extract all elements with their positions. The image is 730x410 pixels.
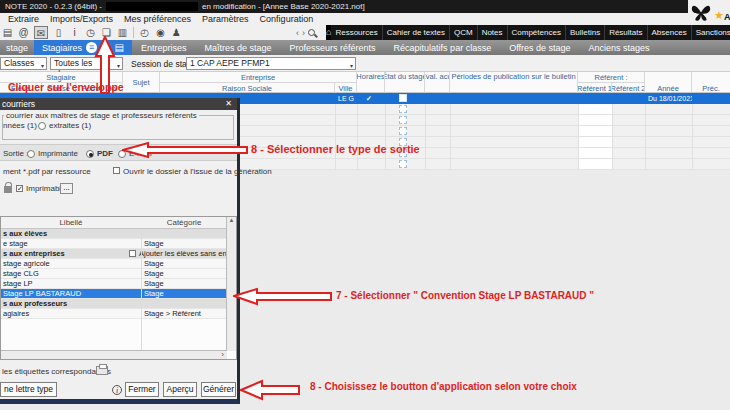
list-group-eleves[interactable]: s aux élèves <box>1 229 236 239</box>
list-item[interactable]: agiaires Stage > Référent <box>1 309 236 319</box>
subnav-item-offres-de-stage[interactable]: Offres de stage <box>500 43 579 53</box>
add-without-company-checkbox[interactable] <box>129 250 136 257</box>
scroll-up-icon[interactable]: ▲ <box>229 217 235 223</box>
column-raison-sociale[interactable]: Raison Sociale <box>160 83 335 93</box>
session-select[interactable]: 1 CAP AEPE PFMP1 ▾ <box>186 57 356 70</box>
alarm-clock-icon[interactable]: ◴ <box>139 26 150 39</box>
list-hscrollbar[interactable]: › <box>1 350 227 359</box>
column-referent-2[interactable]: Référent 2 <box>612 83 645 93</box>
bell-icon[interactable]: ◉ <box>155 26 166 39</box>
referent1-cell[interactable] <box>579 126 612 136</box>
labels-line[interactable]: les étiquettes correspondantes <box>2 367 111 376</box>
menu-parametres[interactable]: Paramètres <box>202 14 249 24</box>
tab-competences[interactable]: Compétences <box>508 25 566 40</box>
radio-imprimante[interactable] <box>27 150 35 158</box>
people-icon[interactable]: ♟ <box>171 26 182 39</box>
subnav-item-recapitulatifs[interactable]: Récapitulatifs par classe <box>385 43 501 53</box>
window-titlebar: NOTE 2020 - 0.2.3 (64bit) - en modificat… <box>0 0 730 13</box>
tab-resultats[interactable]: Résultats <box>605 25 647 40</box>
list-col-categorie[interactable]: Catégorie <box>141 217 227 229</box>
etat-checkbox[interactable] <box>399 94 407 102</box>
close-icon[interactable]: ✕ <box>225 98 232 110</box>
envelope-icon[interactable]: ✉ <box>34 26 48 39</box>
menu-extraire[interactable]: Extraire <box>8 14 39 24</box>
column-ville[interactable]: Ville <box>335 83 357 93</box>
subnav-item-maitres-de-stage[interactable]: Maîtres de stage <box>196 43 281 53</box>
column-annee[interactable]: Année <box>645 72 692 93</box>
classes-select[interactable]: Classes ▾ <box>0 57 47 70</box>
referent1-cell[interactable] <box>579 137 612 147</box>
etat-checkbox[interactable] <box>399 116 407 124</box>
column-referent-1[interactable]: Référent 1 <box>578 83 612 93</box>
referent1-cell[interactable] <box>579 115 612 125</box>
tab-qcm[interactable]: QCM <box>450 25 478 40</box>
etat-checkbox[interactable] <box>399 105 407 113</box>
column-periodes-publication[interactable]: Périodes de publication sur le bulletin <box>450 72 578 93</box>
generer-button[interactable]: Générer <box>201 382 236 397</box>
info-icon[interactable]: i <box>69 26 80 39</box>
list-item[interactable]: stage LP Stage <box>1 279 236 289</box>
radio-pdf[interactable] <box>86 150 94 158</box>
radio-extraites-label[interactable]: extraites (1) <box>49 121 91 130</box>
menu-configuration[interactable]: Configuration <box>260 14 314 24</box>
scroll-right-icon[interactable]: › <box>221 350 224 359</box>
column-prec[interactable]: Préc. <box>692 72 730 93</box>
list-item[interactable]: stage CLG Stage <box>1 269 236 279</box>
more-button[interactable]: ... <box>60 183 73 194</box>
radio-selected-label[interactable]: nnées (1) <box>3 121 37 130</box>
referent1-cell[interactable] <box>579 104 612 114</box>
fermer-button[interactable]: Fermer <box>125 382 159 397</box>
forward-arrow-icon[interactable]: › <box>302 28 305 38</box>
radio-extraites[interactable] <box>38 122 46 130</box>
subnav-cut-label[interactable]: stage <box>0 43 34 53</box>
column-group-entreprise[interactable]: Entreprise <box>160 72 357 83</box>
tab-absences[interactable]: Absences <box>648 25 692 40</box>
tab-bulletins[interactable]: Bulletins <box>566 25 605 40</box>
etat-checkbox[interactable] <box>399 160 407 168</box>
subnav-item-professeurs-referents[interactable]: Professeurs référents <box>281 43 385 53</box>
annotation-choose-button: 8 - Choisissez le boutton d'application … <box>310 381 577 392</box>
search-icon[interactable] <box>308 29 315 36</box>
radio-imprimante-label[interactable]: Imprimante <box>38 149 78 158</box>
info-circle-icon[interactable]: i <box>112 385 122 395</box>
search-zone: ‹ › <box>296 25 326 40</box>
open-folder-checkbox[interactable] <box>113 167 120 174</box>
imprimable-checkbox[interactable]: ✓ <box>16 185 23 192</box>
list-group-entreprises[interactable]: s aux entreprises Ajouter les élèves san… <box>1 249 236 259</box>
column-eval-acc[interactable]: Éval. acc. <box>425 72 450 93</box>
tab-cahier-de-textes[interactable]: Cahier de textes <box>383 25 450 40</box>
column-group-referent[interactable]: Référent : <box>578 72 645 83</box>
column-etat-du-stage[interactable]: État du stage <box>385 72 425 93</box>
column-sujet[interactable]: Sujet <box>123 72 160 93</box>
referent1-cell[interactable] <box>579 148 612 158</box>
list-col-libelle[interactable]: Libellé <box>1 217 141 229</box>
subnav-item-anciens-stages[interactable]: Anciens stages <box>580 43 659 53</box>
list-scrollbar[interactable]: ▲ <box>226 217 236 351</box>
letter-type-button[interactable]: ne lettre type <box>0 382 57 397</box>
list-group-professeurs[interactable]: s aux professeurs <box>1 299 236 309</box>
column-horaires[interactable]: Horaires <box>357 72 385 93</box>
etat-checkbox[interactable] <box>399 127 407 135</box>
menu-imports-exports[interactable]: Imports/Exports <box>50 14 113 24</box>
list-item[interactable]: e stage Stage <box>1 239 236 249</box>
radio-pdf-label[interactable]: PDF <box>97 149 113 158</box>
dialog-titlebar[interactable]: courriers ✕ <box>0 98 237 110</box>
list-item[interactable]: stage agricole Stage <box>1 259 236 269</box>
subnav-item-stagiaires[interactable]: Stagiaires ≡ ▦ ▤ <box>34 40 132 55</box>
cell-ville: LE G <box>338 93 354 104</box>
open-folder-label[interactable]: Ouvrir le dossier à l'issue de la généra… <box>123 167 272 176</box>
referent1-cell[interactable] <box>579 159 612 169</box>
menu-mes-preferences[interactable]: Mes préférences <box>124 14 191 24</box>
subnav-item-entreprises[interactable]: Entreprises <box>132 43 196 53</box>
tab-notes[interactable]: Notes <box>478 25 508 40</box>
form-icon[interactable]: ▥ <box>117 26 128 39</box>
phone-icon[interactable]: ▯ <box>53 26 64 39</box>
tab-ressources[interactable]: Ressources <box>331 25 382 40</box>
list-item-selected[interactable]: Stage LP BASTARAUD Stage <box>1 289 236 299</box>
document-icon[interactable]: ▤ <box>2 26 13 39</box>
back-arrow-icon[interactable]: ‹ <box>296 28 299 38</box>
at-icon[interactable]: @ <box>18 26 29 39</box>
tab-sanctions[interactable]: Sanctions <box>692 25 730 40</box>
add-without-company-label[interactable]: Ajouter les élèves sans entreprise <box>139 249 237 259</box>
apercu-button[interactable]: Aperçu <box>163 382 197 397</box>
